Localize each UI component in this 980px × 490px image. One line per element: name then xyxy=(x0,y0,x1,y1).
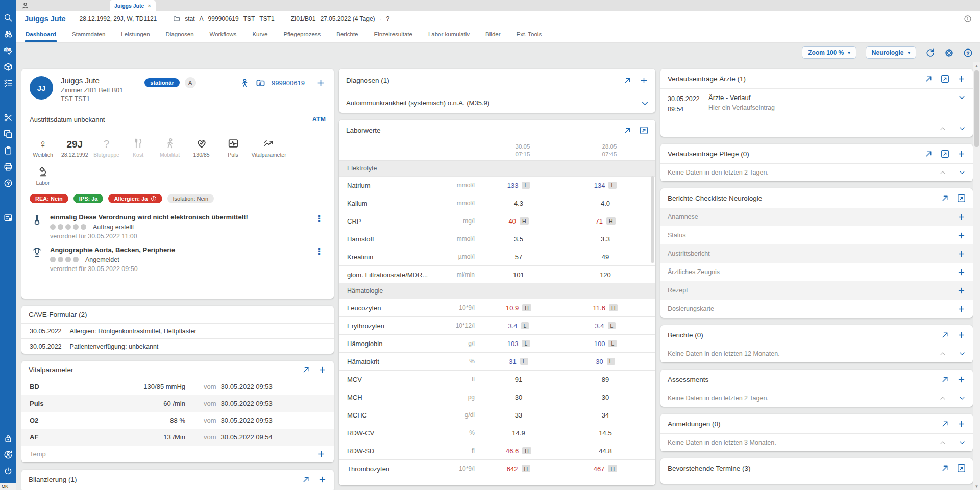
attribute-pulse[interactable]: Puls xyxy=(220,136,247,158)
status-badge[interactable]: stationär xyxy=(144,78,179,87)
user-icon[interactable] xyxy=(21,2,29,9)
patient-tab[interactable]: Juiggs Jute × xyxy=(110,0,156,11)
page-down-icon[interactable] xyxy=(959,350,966,357)
attribute-walking[interactable]: Mobilität xyxy=(157,136,183,158)
nav-tab-pflegeprozess[interactable]: Pflegeprozess xyxy=(282,27,322,42)
gear-icon[interactable] xyxy=(944,48,954,58)
page-up-icon[interactable] xyxy=(939,169,946,176)
open-icon[interactable] xyxy=(941,420,949,428)
add-icon[interactable] xyxy=(957,375,966,384)
open-icon[interactable] xyxy=(941,464,949,473)
open-in-window-icon[interactable] xyxy=(941,150,949,158)
attribute-vitals[interactable]: Vitalparameter xyxy=(252,136,286,158)
page-down-icon[interactable] xyxy=(959,169,966,176)
page-up-icon[interactable] xyxy=(939,125,946,132)
order-item[interactable]: einmalig Diese Verordnung wird nicht ele… xyxy=(30,210,329,243)
attribute-question[interactable]: ? Blutgruppe xyxy=(93,136,120,158)
note-entry[interactable]: 30.05.2022 09:54 Ärzte - Verlauf Hier ei… xyxy=(660,88,973,120)
user-refresh-icon[interactable] xyxy=(4,450,13,459)
atm-link[interactable]: ATM xyxy=(312,116,326,123)
add-icon[interactable] xyxy=(957,213,966,222)
open-icon[interactable] xyxy=(623,76,632,85)
alert-badge[interactable]: IPS: Ja xyxy=(74,194,104,203)
add-icon[interactable] xyxy=(318,475,327,484)
attribute-age[interactable]: 29J 28.12.1992 xyxy=(61,136,88,158)
zoom-select[interactable]: Zoom 100 % ▾ xyxy=(802,46,856,59)
case-number-link[interactable]: 999900619 xyxy=(272,79,305,87)
help-icon[interactable]: ? xyxy=(963,48,973,58)
diagnosis-row[interactable]: Autoimmunkrankheit (systemisch) o.n.A. (… xyxy=(339,92,655,113)
lab-scrollbar[interactable] xyxy=(651,176,654,263)
open-icon[interactable] xyxy=(302,365,310,374)
context-select[interactable]: Neurologie ▾ xyxy=(866,46,916,59)
open-icon[interactable] xyxy=(623,126,632,135)
attribute-microscope[interactable]: Labor xyxy=(30,164,56,186)
add-icon[interactable] xyxy=(957,231,966,240)
nav-tab-berichte[interactable]: Berichte xyxy=(335,27,359,42)
page-scrollbar[interactable]: ▲ ▼ xyxy=(973,62,980,490)
open-icon[interactable] xyxy=(941,375,949,384)
add-icon[interactable] xyxy=(957,305,966,313)
add-icon[interactable] xyxy=(640,76,648,85)
alert-badge[interactable]: Allergien: Ja xyxy=(108,194,162,203)
nav-tab-stammdaten[interactable]: Stammdaten xyxy=(71,27,106,42)
add-icon[interactable] xyxy=(957,331,966,339)
add-icon[interactable] xyxy=(957,75,966,83)
printer-icon[interactable] xyxy=(4,162,13,172)
open-icon[interactable] xyxy=(941,194,949,203)
clipboard-icon[interactable] xyxy=(4,146,13,155)
nav-tab-leistungen[interactable]: Leistungen xyxy=(120,27,151,42)
alert-badge[interactable]: REA: Nein xyxy=(30,194,68,203)
add-icon[interactable] xyxy=(957,268,966,277)
scroll-down-icon[interactable]: ▼ xyxy=(973,483,980,490)
page-down-icon[interactable] xyxy=(959,439,966,446)
case-folder-number-icon[interactable]: # xyxy=(256,78,265,88)
spellcheck-icon[interactable]: abc xyxy=(4,46,13,55)
nav-tab-einzelresultate[interactable]: Einzelresultate xyxy=(373,27,413,42)
nav-tab-bilder[interactable]: Bilder xyxy=(484,27,501,42)
nav-tab-dashboard[interactable]: Dashboard xyxy=(24,27,57,42)
add-icon[interactable] xyxy=(957,150,966,158)
add-icon[interactable] xyxy=(957,250,966,258)
alert-badge[interactable]: Isolation: Nein xyxy=(167,194,214,203)
page-down-icon[interactable] xyxy=(959,395,966,402)
refresh-icon[interactable] xyxy=(925,48,935,58)
scroll-up-icon[interactable]: ▲ xyxy=(973,62,980,69)
scroll-thumb[interactable] xyxy=(974,70,979,147)
person-icon[interactable] xyxy=(240,78,250,88)
attribute-female[interactable]: ♀ Weiblich xyxy=(30,136,56,158)
add-icon[interactable] xyxy=(316,78,326,88)
open-icon[interactable] xyxy=(924,75,933,83)
power-icon[interactable] xyxy=(4,467,13,476)
lock-icon[interactable] xyxy=(4,434,13,443)
binoculars-icon[interactable] xyxy=(4,30,13,39)
tab-close-icon[interactable]: × xyxy=(148,3,151,9)
cave-entry[interactable]: 30.05.2022 Patientenverfügung: unbekannt xyxy=(21,338,334,354)
chevron-down-icon[interactable] xyxy=(958,94,966,114)
order-item[interactable]: Angiographie Aorta, Becken, Peripherie A… xyxy=(30,243,329,276)
open-in-window-icon[interactable] xyxy=(957,194,966,203)
open-in-window-icon[interactable] xyxy=(941,75,949,83)
search-icon[interactable] xyxy=(4,13,13,22)
checklist-icon[interactable] xyxy=(4,79,13,88)
help-icon[interactable]: ? xyxy=(4,179,13,188)
add-icon[interactable] xyxy=(318,365,327,374)
add-icon[interactable] xyxy=(957,286,966,295)
open-icon[interactable] xyxy=(924,150,933,158)
add-icon[interactable] xyxy=(317,450,326,458)
info-icon[interactable] xyxy=(964,15,972,23)
attribute-heart-check[interactable]: 130/85 xyxy=(188,136,215,158)
page-up-icon[interactable] xyxy=(939,395,946,402)
copy-icon[interactable] xyxy=(4,130,13,139)
scissors-icon[interactable] xyxy=(4,113,13,122)
package-icon[interactable] xyxy=(4,62,13,71)
open-in-window-icon[interactable] xyxy=(957,464,966,473)
open-icon[interactable] xyxy=(302,475,310,484)
open-in-window-icon[interactable] xyxy=(640,126,648,135)
page-down-icon[interactable] xyxy=(959,125,966,132)
cave-entry[interactable]: 30.05.2022 Allergien: Röntgenkontrastmit… xyxy=(21,323,334,338)
chevron-down-icon[interactable] xyxy=(641,99,648,107)
form-x-icon[interactable] xyxy=(4,213,13,223)
nav-tab-kurve[interactable]: Kurve xyxy=(251,27,268,42)
nav-tab-labor-kumulativ[interactable]: Labor kumulativ xyxy=(427,27,471,42)
